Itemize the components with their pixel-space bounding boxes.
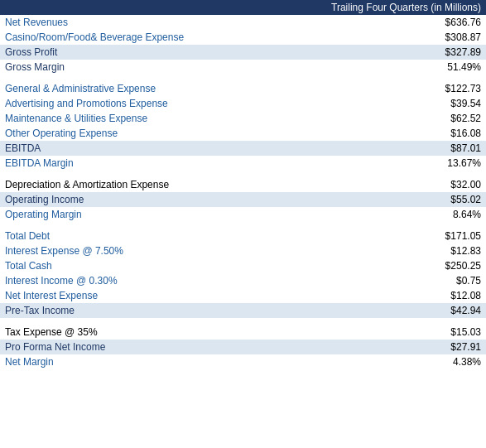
- financial-table: Trailing Four Quarters (in Millions) Net…: [0, 0, 486, 369]
- row-label: Net Margin: [0, 354, 263, 369]
- row-value: $327.89: [263, 45, 486, 60]
- table-row: Operating Margin8.64%: [0, 207, 486, 222]
- table-row: Gross Profit$327.89: [0, 45, 486, 60]
- row-label: Casino/Room/Food& Beverage Expense: [0, 30, 263, 45]
- row-value: $55.02: [263, 192, 486, 207]
- spacer-row: [0, 171, 486, 177]
- row-value: $27.91: [263, 340, 486, 354]
- row-value: $32.00: [263, 177, 486, 192]
- table-row: EBITDA$87.01: [0, 141, 486, 156]
- table-row: Net Interest Expense$12.08: [0, 288, 486, 303]
- row-label: Maintenance & Utilities Expense: [0, 111, 263, 126]
- row-label: Operating Income: [0, 192, 263, 207]
- row-label: Interest Income @ 0.30%: [0, 273, 263, 288]
- table-row: Interest Expense @ 7.50%$12.83: [0, 243, 486, 258]
- row-value: $12.83: [263, 243, 486, 258]
- row-label: EBITDA: [0, 141, 263, 156]
- row-label: Advertising and Promotions Expense: [0, 96, 263, 111]
- table-row: Interest Income @ 0.30%$0.75: [0, 273, 486, 288]
- row-label: Depreciation & Amortization Expense: [0, 177, 263, 192]
- row-value: $39.54: [263, 96, 486, 111]
- row-label: Gross Profit: [0, 45, 263, 60]
- row-value: $42.94: [263, 303, 486, 318]
- table-row: Operating Income$55.02: [0, 192, 486, 207]
- row-value: $62.52: [263, 111, 486, 126]
- row-value: $87.01: [263, 141, 486, 156]
- table-row: Total Cash$250.25: [0, 258, 486, 273]
- row-label: Total Cash: [0, 258, 263, 273]
- row-value: $12.08: [263, 288, 486, 303]
- table-row: General & Administrative Expense$122.73: [0, 81, 486, 96]
- row-label: Gross Margin: [0, 60, 263, 75]
- row-value: $0.75: [263, 273, 486, 288]
- row-value: $250.25: [263, 258, 486, 273]
- table-row: Total Debt$171.05: [0, 229, 486, 243]
- table-row: EBITDA Margin13.67%: [0, 156, 486, 171]
- row-label: Interest Expense @ 7.50%: [0, 243, 263, 258]
- row-value: $15.03: [263, 325, 486, 340]
- table-row: Net Revenues$636.76: [0, 15, 486, 30]
- row-value: $16.08: [263, 126, 486, 141]
- spacer-row: [0, 318, 486, 325]
- row-value: $122.73: [263, 81, 486, 96]
- row-label: Other Operating Expense: [0, 126, 263, 141]
- row-label: Operating Margin: [0, 207, 263, 222]
- row-value: 13.67%: [263, 156, 486, 171]
- row-label: General & Administrative Expense: [0, 81, 263, 96]
- row-label: Net Revenues: [0, 15, 263, 30]
- spacer-row: [0, 75, 486, 81]
- header-value: Trailing Four Quarters (in Millions): [263, 0, 486, 15]
- table-row: Other Operating Expense$16.08: [0, 126, 486, 141]
- row-label: Pre-Tax Income: [0, 303, 263, 318]
- row-value: 51.49%: [263, 60, 486, 75]
- row-label: Tax Expense @ 35%: [0, 325, 263, 340]
- row-label: Total Debt: [0, 229, 263, 243]
- table-row: Casino/Room/Food& Beverage Expense$308.8…: [0, 30, 486, 45]
- table-row: Advertising and Promotions Expense$39.54: [0, 96, 486, 111]
- table-row: Tax Expense @ 35%$15.03: [0, 325, 486, 340]
- table-row: Gross Margin51.49%: [0, 60, 486, 75]
- row-value: 4.38%: [263, 354, 486, 369]
- spacer-row: [0, 222, 486, 229]
- table-row: Net Margin4.38%: [0, 354, 486, 369]
- row-value: $171.05: [263, 229, 486, 243]
- header-label: [0, 0, 263, 15]
- table-row: Maintenance & Utilities Expense$62.52: [0, 111, 486, 126]
- row-value: $636.76: [263, 15, 486, 30]
- table-row: Pre-Tax Income$42.94: [0, 303, 486, 318]
- row-value: $308.87: [263, 30, 486, 45]
- table-row: Pro Forma Net Income$27.91: [0, 340, 486, 354]
- table-row: Depreciation & Amortization Expense$32.0…: [0, 177, 486, 192]
- row-label: Pro Forma Net Income: [0, 340, 263, 354]
- row-label: Net Interest Expense: [0, 288, 263, 303]
- row-label: EBITDA Margin: [0, 156, 263, 171]
- row-value: 8.64%: [263, 207, 486, 222]
